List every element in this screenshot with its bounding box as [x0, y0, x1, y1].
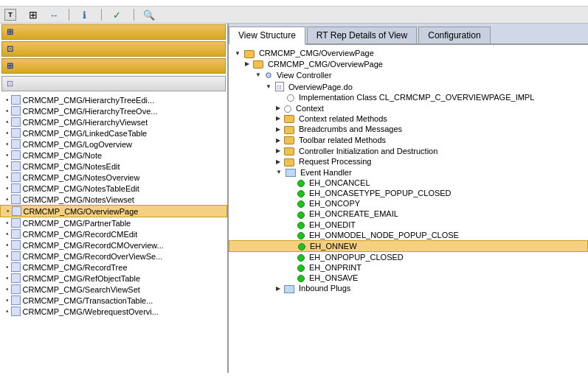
right-tree-item-label: Implementation Class CL_CRMCMP_C_OVERVIE… — [299, 93, 534, 102]
left-tree-item[interactable]: •CRMCMP_CMG/LogOverview — [0, 139, 227, 150]
right-tree-item[interactable]: EH_ONPOPUP_CLOSED — [229, 252, 588, 262]
bullet-icon: • — [6, 107, 9, 115]
page-icon — [11, 284, 21, 294]
page-icon — [11, 117, 21, 127]
view-controller-icon: ⚙ — [265, 70, 272, 80]
right-tree-item[interactable]: ▼⊡OverviewPage.do — [229, 81, 588, 93]
left-tree-item[interactable]: •CRMCMP_CMG/HierarchyTreeEdi... — [0, 94, 227, 105]
right-tree-item[interactable]: ▶CRMCMP_CMG/OverviewPage — [229, 59, 588, 70]
show-obsolete-button[interactable]: ⊡ — [1, 76, 226, 91]
right-tree-item[interactable]: EH_ONEDIT — [229, 220, 588, 230]
separator-1 — [69, 9, 69, 21]
expand-down-icon: ▼ — [276, 169, 282, 175]
left-panel: ⊞ ⊡ ⊞ ⊡ •CRMCMP_CMG/HierarchyTreeEdi...•… — [0, 24, 229, 373]
right-tree-item[interactable]: EH_ONMODEL_NODE_POPUP_CLOSE — [229, 230, 588, 240]
find-view-button[interactable]: 🔍 — [143, 9, 157, 21]
left-tree-item[interactable]: •CRMCMP_CMG/RefObjectTable — [0, 273, 227, 284]
left-tree-item[interactable]: •CRMCMP_CMG/RecordOverViewSe... — [0, 251, 227, 262]
tab-rt-rep-details-of-view[interactable]: RT Rep Details of View — [307, 27, 417, 43]
right-tree-item-label: EH_ONCANCEL — [309, 178, 370, 187]
left-tree-item[interactable]: •CRMCMP_CMG/SearchViewSet — [0, 284, 227, 295]
circle-green-icon — [297, 199, 305, 208]
right-tree-item[interactable]: ▶Request Processing — [229, 156, 588, 167]
right-tree-item[interactable]: ▼⚙View Controller — [229, 69, 588, 81]
left-tree-item[interactable]: •CRMCMP_CMG/RecordCMOverview... — [0, 239, 227, 251]
test-button[interactable]: T — [4, 9, 18, 21]
right-tree-item-label: Breadcrumbs and Messages — [299, 125, 402, 133]
right-tree-item[interactable]: EH_ONCREATE_EMAIL — [229, 209, 588, 219]
expand-right-icon: ▶ — [245, 60, 249, 67]
tab-configuration[interactable]: Configuration — [418, 27, 490, 43]
page-icon — [11, 295, 21, 305]
right-tree-item[interactable]: ▼Event Handler — [229, 167, 588, 178]
right-tree-item-label: CRMCMP_CMG/OverviewPage — [259, 49, 374, 57]
page-icon — [11, 251, 21, 261]
left-tree-item[interactable]: •CRMCMP_CMG/NotesViewset — [0, 194, 227, 205]
left-tree-item[interactable]: •CRMCMP_CMG/RecordTree — [0, 262, 227, 273]
test-icon: T — [4, 9, 16, 21]
tab-view-structure[interactable]: View Structure — [229, 27, 305, 45]
tree-item-label: CRMCMP_CMG/NotesOverview — [23, 173, 140, 182]
wizard-log-button[interactable]: ℹ — [78, 9, 92, 21]
circle-green-icon — [297, 220, 305, 229]
right-tree-item[interactable]: ▼CRMCMP_CMG/OverviewPage — [229, 48, 588, 59]
bullet-icon: • — [6, 307, 9, 315]
perform-checks-button[interactable]: ✓ — [111, 9, 125, 21]
runtime-repo-editor-button[interactable]: ⊞ — [1, 58, 226, 74]
right-tree-item[interactable]: EH_ONSAVE — [229, 273, 588, 283]
right-tree-item[interactable]: ▶Toolbar related Methods — [229, 135, 588, 146]
folder-icon — [284, 136, 294, 145]
left-tree-item[interactable]: •CRMCMP_CMG/HierarchyTreeOve... — [0, 105, 227, 116]
right-tree-item[interactable]: ▶Breadcrumbs and Messages — [229, 124, 588, 135]
copy-button[interactable]: ⊞ — [27, 9, 39, 21]
right-tree-item[interactable]: EH_ONCOPY — [229, 198, 588, 209]
page-icon — [11, 183, 21, 193]
right-tree-item-label: EH_ONSAVE — [309, 273, 358, 282]
bol-model-browser-button[interactable]: ⊡ — [1, 41, 226, 57]
tree-item-label: CRMCMP_CMG/LogOverview — [23, 140, 133, 149]
separator-2 — [101, 9, 102, 21]
right-tree-item[interactable]: EH_ONCASETYPE_POPUP_CLOSED — [229, 188, 588, 198]
bullet-icon: • — [6, 219, 9, 227]
left-tree-item[interactable]: •CRMCMP_CMG/NotesOverview — [0, 172, 227, 183]
toolbar: T ⊞ ↔ ℹ ✓ 🔍 — [0, 7, 588, 24]
expand-down-icon: ▼ — [255, 71, 261, 78]
right-tree-item[interactable]: EH_ONNEW — [229, 240, 588, 252]
page-icon — [11, 273, 21, 283]
tree-item-label: CRMCMP_CMG/HierarchyViewset — [23, 118, 148, 127]
left-tree-item[interactable]: •CRMCMP_CMG/RecordCMEdit — [0, 228, 227, 239]
right-tree-item[interactable]: EH_ONCANCEL — [229, 178, 588, 188]
left-tree-item[interactable]: •CRMCMP_CMG/OverviewPage — [0, 205, 227, 217]
component-structure-browser-button[interactable]: ⊞ — [1, 24, 226, 40]
tree-item-label: CRMCMP_CMG/TransactionTable... — [23, 296, 153, 305]
left-tree-item[interactable]: •CRMCMP_CMG/LinkedCaseTable — [0, 127, 227, 139]
left-tree-item[interactable]: •CRMCMP_CMG/NotesTableEdit — [0, 183, 227, 194]
tree-item-label: CRMCMP_CMG/SearchViewSet — [23, 285, 140, 294]
right-tree-item[interactable]: EH_ONPRINT — [229, 262, 588, 273]
left-tree-item[interactable]: •CRMCMP_CMG/TransactionTable... — [0, 295, 227, 306]
right-tree-item[interactable]: ▶Context related Methods — [229, 113, 588, 125]
page-icon — [11, 229, 21, 239]
bullet-icon: • — [6, 285, 9, 293]
left-tree-item[interactable]: •CRMCMP_CMG/Note — [0, 150, 227, 161]
comp-browser-icon: ⊞ — [7, 27, 13, 37]
page-icon — [11, 240, 21, 250]
folder-icon — [284, 146, 294, 155]
tree-item-label: CRMCMP_CMG/HierarchyTreeEdi... — [23, 96, 155, 105]
right-tree-item[interactable]: ▶Inbound Plugs — [229, 283, 588, 294]
right-tree-item[interactable]: Implementation Class CL_CRMCMP_C_OVERVIE… — [229, 92, 588, 102]
left-tree-item[interactable]: •CRMCMP_CMG/WebrequestOvervi... — [0, 306, 227, 317]
right-tree-item-label: OverviewPage.do — [288, 83, 353, 91]
right-tree-item[interactable]: ▶Context — [229, 102, 588, 113]
left-tree-item[interactable]: •CRMCMP_CMG/PartnerTable — [0, 217, 227, 228]
page-icon — [11, 150, 21, 160]
left-tree-item[interactable]: •CRMCMP_CMG/HierarchyViewset — [0, 116, 227, 127]
right-tree-item-label: EH_ONEDIT — [309, 220, 356, 229]
right-tree-item-label: View Controller — [277, 71, 331, 80]
left-tree-item[interactable]: •CRMCMP_CMG/NotesEdit — [0, 161, 227, 172]
right-tree-item-label: Context related Methods — [299, 114, 387, 123]
link-button[interactable]: ↔ — [48, 9, 60, 21]
bol-icon: ⊡ — [7, 44, 13, 54]
right-tree-item[interactable]: ▶Controller Initialization and Destructi… — [229, 145, 588, 156]
right-tree-item-label: EH_ONNEW — [310, 242, 357, 251]
